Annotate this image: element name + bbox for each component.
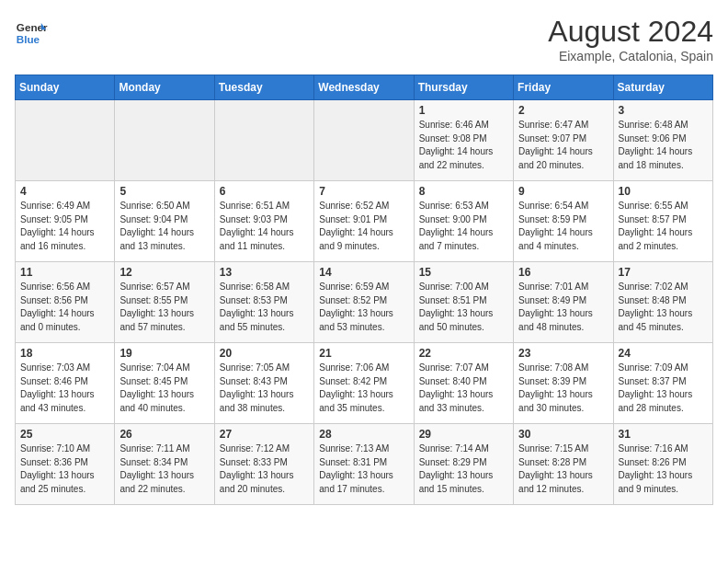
weekday-header-saturday: Saturday — [613, 75, 712, 100]
day-info: Sunrise: 6:48 AM Sunset: 9:06 PM Dayligh… — [619, 119, 708, 172]
calendar-cell: 5Sunrise: 6:50 AM Sunset: 9:04 PM Daylig… — [115, 181, 214, 262]
calendar-cell: 23Sunrise: 7:08 AM Sunset: 8:39 PM Dayli… — [514, 343, 613, 424]
day-info: Sunrise: 7:14 AM Sunset: 8:29 PM Dayligh… — [419, 442, 508, 496]
day-number: 16 — [518, 266, 608, 279]
day-info: Sunrise: 7:09 AM Sunset: 8:37 PM Dayligh… — [619, 362, 708, 415]
calendar-cell: 25Sunrise: 7:10 AM Sunset: 8:36 PM Dayli… — [16, 424, 115, 505]
title-block: August 2024 Eixample, Catalonia, Spain — [548, 15, 713, 63]
day-number: 25 — [20, 428, 109, 441]
day-info: Sunrise: 7:15 AM Sunset: 8:28 PM Dayligh… — [518, 442, 608, 496]
month-title: August 2024 — [548, 15, 713, 49]
day-number: 5 — [119, 185, 209, 198]
calendar-cell: 26Sunrise: 7:11 AM Sunset: 8:34 PM Dayli… — [115, 424, 214, 505]
calendar-cell: 14Sunrise: 6:59 AM Sunset: 8:52 PM Dayli… — [314, 262, 414, 343]
calendar-cell — [314, 100, 414, 181]
calendar-cell: 2Sunrise: 6:47 AM Sunset: 9:07 PM Daylig… — [514, 100, 613, 181]
day-info: Sunrise: 6:59 AM Sunset: 8:52 PM Dayligh… — [319, 281, 408, 334]
day-number: 31 — [619, 428, 708, 441]
weekday-header-wednesday: Wednesday — [314, 75, 414, 100]
calendar-week-5: 25Sunrise: 7:10 AM Sunset: 8:36 PM Dayli… — [16, 424, 713, 505]
calendar-week-2: 4Sunrise: 6:49 AM Sunset: 9:05 PM Daylig… — [16, 181, 713, 262]
weekday-header-sunday: Sunday — [16, 75, 115, 100]
calendar-cell: 21Sunrise: 7:06 AM Sunset: 8:42 PM Dayli… — [314, 343, 414, 424]
page-header: General Blue August 2024 Eixample, Catal… — [15, 15, 713, 63]
day-info: Sunrise: 7:12 AM Sunset: 8:33 PM Dayligh… — [220, 442, 309, 496]
calendar-cell: 4Sunrise: 6:49 AM Sunset: 9:05 PM Daylig… — [16, 181, 115, 262]
calendar-cell: 24Sunrise: 7:09 AM Sunset: 8:37 PM Dayli… — [613, 343, 712, 424]
calendar-table: SundayMondayTuesdayWednesdayThursdayFrid… — [15, 75, 713, 505]
calendar-cell: 18Sunrise: 7:03 AM Sunset: 8:46 PM Dayli… — [16, 343, 115, 424]
day-number: 3 — [619, 104, 708, 117]
day-info: Sunrise: 7:08 AM Sunset: 8:39 PM Dayligh… — [518, 362, 608, 415]
calendar-cell: 6Sunrise: 6:51 AM Sunset: 9:03 PM Daylig… — [214, 181, 313, 262]
calendar-cell: 29Sunrise: 7:14 AM Sunset: 8:29 PM Dayli… — [414, 424, 513, 505]
day-number: 11 — [20, 266, 109, 279]
weekday-header-monday: Monday — [115, 75, 214, 100]
day-info: Sunrise: 7:00 AM Sunset: 8:51 PM Dayligh… — [419, 281, 508, 334]
day-info: Sunrise: 6:46 AM Sunset: 9:08 PM Dayligh… — [419, 119, 508, 172]
day-info: Sunrise: 7:11 AM Sunset: 8:34 PM Dayligh… — [119, 442, 209, 496]
calendar-cell: 22Sunrise: 7:07 AM Sunset: 8:40 PM Dayli… — [414, 343, 513, 424]
day-info: Sunrise: 7:13 AM Sunset: 8:31 PM Dayligh… — [319, 442, 408, 496]
day-info: Sunrise: 7:10 AM Sunset: 8:36 PM Dayligh… — [20, 442, 109, 496]
calendar-cell: 19Sunrise: 7:04 AM Sunset: 8:45 PM Dayli… — [115, 343, 214, 424]
day-number: 14 — [319, 266, 408, 279]
day-info: Sunrise: 6:54 AM Sunset: 8:59 PM Dayligh… — [518, 200, 608, 253]
day-info: Sunrise: 6:51 AM Sunset: 9:03 PM Dayligh… — [220, 200, 309, 253]
day-info: Sunrise: 6:53 AM Sunset: 9:00 PM Dayligh… — [419, 200, 508, 253]
day-number: 15 — [419, 266, 508, 279]
calendar-cell: 30Sunrise: 7:15 AM Sunset: 8:28 PM Dayli… — [514, 424, 613, 505]
weekday-header-row: SundayMondayTuesdayWednesdayThursdayFrid… — [16, 75, 713, 100]
day-info: Sunrise: 7:01 AM Sunset: 8:49 PM Dayligh… — [518, 281, 608, 334]
day-number: 6 — [220, 185, 309, 198]
calendar-cell: 12Sunrise: 6:57 AM Sunset: 8:55 PM Dayli… — [115, 262, 214, 343]
calendar-week-4: 18Sunrise: 7:03 AM Sunset: 8:46 PM Dayli… — [16, 343, 713, 424]
day-info: Sunrise: 6:49 AM Sunset: 9:05 PM Dayligh… — [20, 200, 109, 253]
day-number: 29 — [419, 428, 508, 441]
calendar-cell: 15Sunrise: 7:00 AM Sunset: 8:51 PM Dayli… — [414, 262, 513, 343]
calendar-cell: 13Sunrise: 6:58 AM Sunset: 8:53 PM Dayli… — [214, 262, 313, 343]
calendar-cell: 9Sunrise: 6:54 AM Sunset: 8:59 PM Daylig… — [514, 181, 613, 262]
weekday-header-friday: Friday — [514, 75, 613, 100]
calendar-cell — [16, 100, 115, 181]
day-info: Sunrise: 6:58 AM Sunset: 8:53 PM Dayligh… — [220, 281, 309, 334]
day-info: Sunrise: 7:02 AM Sunset: 8:48 PM Dayligh… — [619, 281, 708, 334]
svg-text:Blue: Blue — [17, 33, 40, 45]
calendar-cell: 27Sunrise: 7:12 AM Sunset: 8:33 PM Dayli… — [214, 424, 313, 505]
calendar-cell: 20Sunrise: 7:05 AM Sunset: 8:43 PM Dayli… — [214, 343, 313, 424]
day-number: 18 — [20, 347, 109, 360]
day-number: 7 — [319, 185, 408, 198]
day-number: 13 — [220, 266, 309, 279]
day-number: 1 — [419, 104, 508, 117]
day-number: 30 — [518, 428, 608, 441]
day-number: 2 — [518, 104, 608, 117]
day-number: 20 — [220, 347, 309, 360]
logo: General Blue — [15, 15, 48, 48]
calendar-cell: 10Sunrise: 6:55 AM Sunset: 8:57 PM Dayli… — [613, 181, 712, 262]
day-number: 4 — [20, 185, 109, 198]
day-number: 12 — [119, 266, 209, 279]
day-number: 21 — [319, 347, 408, 360]
calendar-cell: 1Sunrise: 6:46 AM Sunset: 9:08 PM Daylig… — [414, 100, 513, 181]
day-info: Sunrise: 7:07 AM Sunset: 8:40 PM Dayligh… — [419, 362, 508, 415]
day-info: Sunrise: 6:55 AM Sunset: 8:57 PM Dayligh… — [619, 200, 708, 253]
logo-icon: General Blue — [15, 15, 48, 48]
day-info: Sunrise: 6:52 AM Sunset: 9:01 PM Dayligh… — [319, 200, 408, 253]
day-info: Sunrise: 6:47 AM Sunset: 9:07 PM Dayligh… — [518, 119, 608, 172]
calendar-cell: 3Sunrise: 6:48 AM Sunset: 9:06 PM Daylig… — [613, 100, 712, 181]
calendar-cell — [115, 100, 214, 181]
day-number: 19 — [119, 347, 209, 360]
calendar-cell: 8Sunrise: 6:53 AM Sunset: 9:00 PM Daylig… — [414, 181, 513, 262]
calendar-cell: 17Sunrise: 7:02 AM Sunset: 8:48 PM Dayli… — [613, 262, 712, 343]
day-info: Sunrise: 6:57 AM Sunset: 8:55 PM Dayligh… — [119, 281, 209, 334]
day-number: 23 — [518, 347, 608, 360]
day-info: Sunrise: 7:06 AM Sunset: 8:42 PM Dayligh… — [319, 362, 408, 415]
weekday-header-tuesday: Tuesday — [214, 75, 313, 100]
day-info: Sunrise: 7:03 AM Sunset: 8:46 PM Dayligh… — [20, 362, 109, 415]
day-number: 24 — [619, 347, 708, 360]
day-number: 8 — [419, 185, 508, 198]
day-number: 9 — [518, 185, 608, 198]
calendar-week-1: 1Sunrise: 6:46 AM Sunset: 9:08 PM Daylig… — [16, 100, 713, 181]
day-number: 22 — [419, 347, 508, 360]
day-info: Sunrise: 7:04 AM Sunset: 8:45 PM Dayligh… — [119, 362, 209, 415]
